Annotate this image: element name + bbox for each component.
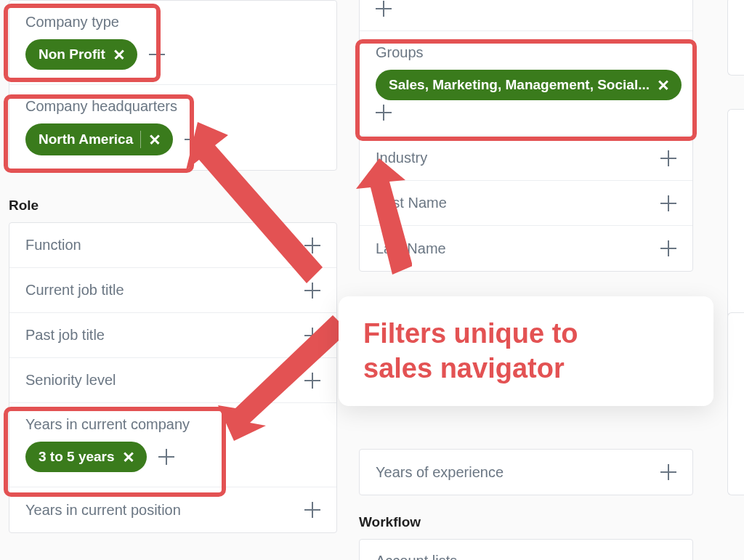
chip-company-hq-remove-icon[interactable] (148, 133, 161, 146)
panel-right-mid: Years of experience (359, 449, 693, 495)
filter-prev-partial[interactable] (360, 0, 692, 31)
filter-groups-label: Groups (360, 31, 692, 70)
chip-company-type[interactable]: Non Profit (25, 39, 137, 70)
section-header-role: Role (9, 198, 39, 214)
add-industry-icon[interactable] (660, 150, 676, 166)
right-edge-card-2 (727, 109, 744, 321)
stage: Company type Non Profit Company headquar… (0, 0, 744, 560)
svg-marker-0 (356, 158, 412, 275)
chip-years-in-company[interactable]: 3 to 5 years (25, 442, 147, 472)
add-years-in-position-icon[interactable] (304, 502, 320, 518)
add-years-in-company-icon[interactable] (158, 449, 174, 465)
chip-company-hq-text: North America (39, 131, 133, 147)
filter-function-label: Function (25, 237, 81, 253)
right-edge-card-3 (727, 312, 744, 495)
arrow-to-hq (183, 122, 328, 285)
filter-years-of-experience-label: Years of experience (376, 464, 504, 481)
filter-years-in-position[interactable]: Years in current position (9, 487, 336, 532)
chip-separator (140, 131, 141, 148)
chip-company-hq[interactable]: North America (25, 123, 173, 155)
add-prev-icon[interactable] (376, 1, 392, 17)
chip-company-type-text: Non Profit (39, 46, 105, 62)
filter-groups[interactable]: Groups Sales, Marketing, Management, Soc… (360, 31, 692, 136)
annotation-callout: Filters unique to sales navigator (339, 296, 713, 406)
section-header-workflow: Workflow (359, 514, 421, 530)
add-first-name-icon[interactable] (660, 195, 676, 211)
filter-years-of-experience[interactable]: Years of experience (360, 450, 692, 495)
chip-years-in-company-remove-icon[interactable] (122, 450, 135, 463)
filter-company-type[interactable]: Company type Non Profit (9, 1, 336, 84)
add-last-name-icon[interactable] (660, 240, 676, 256)
chip-groups-remove-icon[interactable] (657, 78, 670, 92)
filter-seniority-label: Seniority level (25, 372, 116, 389)
arrow-to-industry (343, 158, 412, 282)
filter-company-hq-label: Company headquarters (9, 85, 336, 123)
add-company-type-icon[interactable] (149, 46, 165, 62)
filter-current-job-title-label: Current job title (25, 282, 124, 299)
panel-workflow: Account lists (359, 539, 693, 560)
annotation-line-1: Filters unique to (363, 317, 700, 352)
chip-company-type-remove-icon[interactable] (113, 48, 126, 61)
chip-groups-text: Sales, Marketing, Management, Social... (389, 77, 650, 93)
filter-years-in-position-label: Years in current position (25, 502, 181, 519)
chip-groups[interactable]: Sales, Marketing, Management, Social... (376, 70, 682, 100)
arrow-to-years (218, 314, 349, 441)
annotation-line-2: sales navigator (363, 352, 700, 386)
add-years-exp-icon[interactable] (660, 464, 676, 480)
chip-years-in-company-text: 3 to 5 years (39, 449, 115, 465)
filter-company-type-label: Company type (9, 1, 336, 39)
svg-marker-2 (218, 315, 349, 441)
filter-past-job-title-label: Past job title (25, 327, 105, 344)
filter-account-lists-label: Account lists (376, 553, 457, 560)
add-groups-icon[interactable] (376, 105, 392, 121)
filter-account-lists[interactable]: Account lists (360, 540, 692, 560)
svg-marker-1 (186, 122, 323, 283)
right-edge-card-1 (727, 0, 744, 76)
